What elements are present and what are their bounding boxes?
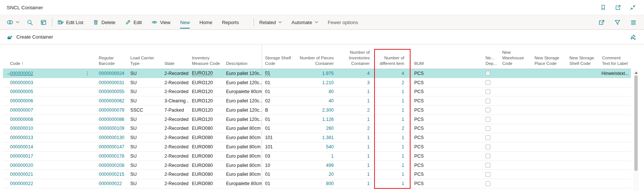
table-row[interactable]: 0000000050000000055SU2-RecordedEURO120Eu… [3, 88, 631, 97]
cell-bum[interactable]: PCS [410, 88, 482, 96]
share-icon[interactable] [598, 19, 605, 26]
cell-number_of_different_item[interactable]: 1 [371, 179, 410, 188]
cell-ne_dep[interactable] [482, 179, 499, 188]
cell-load_carrier_type[interactable]: SU [127, 96, 161, 105]
cell-number_of_different_item[interactable]: 2 [371, 124, 410, 133]
cell-comment_text_for_label[interactable]: Hinweistext... [599, 69, 631, 78]
cell-new_warehouse_code[interactable] [499, 88, 532, 96]
cell-ne_dep[interactable] [482, 115, 499, 124]
cell-code[interactable]: 000000021 [10, 170, 96, 179]
cell-regular_barcode[interactable]: 0000000147 [96, 142, 127, 151]
cell-ne_dep[interactable] [482, 170, 499, 179]
code-link[interactable]: 000000003 [10, 80, 33, 85]
cell-value[interactable]: 0000000031 [99, 80, 124, 85]
view-button[interactable]: View [151, 19, 170, 25]
cell-new_warehouse_code[interactable] [499, 152, 532, 161]
open-in-new-window-icon[interactable] [615, 4, 621, 10]
cell-regular_barcode[interactable]: 000000022 [96, 179, 127, 188]
cell-new_storage_place_code[interactable] [532, 142, 566, 151]
cell-new_storage_shelf_code[interactable] [566, 152, 599, 161]
pin-icon[interactable] [630, 34, 636, 40]
column-header-bum[interactable]: BUM [410, 45, 482, 69]
table-row[interactable]: 0000000210000000215SU2-RecordedEURO080Eu… [3, 170, 631, 179]
cell-value[interactable]: 40 [328, 98, 334, 103]
cell-number_of_different_item[interactable]: 2 [371, 78, 410, 87]
cell-inventory_measure_code[interactable]: EURO080 [189, 152, 223, 161]
cell-regular_barcode[interactable]: 0000000178 [96, 152, 127, 161]
cell-number_of_different_item[interactable]: 1 [371, 96, 410, 105]
code-link[interactable]: 000000010 [10, 126, 33, 131]
cell-state[interactable]: 2-Recorded [161, 170, 189, 179]
cell-value[interactable]: 1 [367, 98, 370, 103]
cell-value[interactable]: 1 [367, 154, 370, 159]
cell-ne_dep[interactable] [482, 96, 499, 105]
scrollbar-thumb[interactable] [634, 75, 638, 171]
ne-dep-checkbox[interactable] [486, 126, 490, 131]
cell-number_of_inventories_container[interactable]: 1 [335, 115, 371, 124]
cell-code[interactable]: 000000008 [10, 115, 96, 124]
table-row[interactable]: 0000000060000000062SU3-Clearing ...EURO1… [3, 96, 631, 106]
cell-new_storage_shelf_code[interactable] [566, 106, 599, 115]
cell-comment_text_for_label[interactable] [599, 133, 631, 142]
cell-number_of_different_item[interactable]: 1 [371, 170, 410, 179]
cell-value[interactable]: 0000000147 [99, 144, 124, 149]
cell-inventory_measure_code[interactable]: EURO080 [189, 133, 223, 142]
cell-regular_barcode[interactable]: 0000000215 [96, 170, 127, 179]
cell-state[interactable]: 2-Recorded [161, 133, 189, 142]
tab-new[interactable]: New [180, 20, 190, 25]
code-link[interactable]: 000000005 [10, 89, 33, 94]
delete-button[interactable]: Delete [93, 19, 115, 25]
cell-new_warehouse_code[interactable] [499, 133, 532, 142]
cell-comment_text_for_label[interactable] [599, 152, 631, 161]
tab-reports[interactable]: Reports [222, 20, 239, 25]
cell-new_storage_place_code[interactable] [532, 69, 566, 78]
table-row[interactable]: →000000002⋮0000000024SU2-RecordedEURO120… [3, 69, 631, 78]
cell-regular_barcode[interactable]: 0000000109 [96, 124, 127, 133]
cell-bum[interactable]: PCS [410, 78, 482, 87]
cell-number_of_pieces_container[interactable]: 1.381 [295, 133, 335, 142]
cell-new_warehouse_code[interactable] [499, 78, 532, 87]
cell-ne_dep[interactable] [482, 88, 499, 96]
cell-value[interactable]: 4 [367, 71, 370, 76]
cell-storage_shelf_code[interactable]: 101 [262, 142, 295, 151]
cell-load_carrier_type[interactable]: SU [127, 78, 161, 87]
column-header-load_carrier_type[interactable]: Load Carrier Type [127, 45, 161, 69]
code-link[interactable]: 000000007 [10, 108, 33, 113]
cell-new_storage_place_code[interactable] [532, 179, 566, 188]
cell-regular_barcode[interactable]: 0000000024 [96, 69, 127, 78]
cell-storage_shelf_code[interactable]: 101 [262, 133, 295, 142]
table-row[interactable]: 000000022000000022SU2-RecordedEURO080Eur… [3, 179, 631, 188]
cell-new_storage_place_code[interactable] [532, 161, 566, 170]
cell-new_warehouse_code[interactable] [499, 161, 532, 170]
cell-storage_shelf_code[interactable]: 01 [262, 115, 295, 124]
cell-code[interactable]: 000000010 [10, 124, 96, 133]
cell-code[interactable]: 000000017 [10, 152, 96, 161]
cell-number_of_different_item[interactable]: 1 [371, 142, 410, 151]
cell-storage_shelf_code[interactable]: 10 [262, 161, 295, 170]
cell-new_storage_place_code[interactable] [532, 88, 566, 96]
cell-number_of_inventories_container[interactable]: 1 [335, 170, 371, 179]
cell-value[interactable]: 1 [402, 108, 404, 113]
cell-description[interactable]: Euro pallet 120c... [223, 106, 262, 115]
cell-storage_shelf_code[interactable]: 01 [262, 124, 295, 133]
row-context-menu-button[interactable]: ⋮ [85, 70, 90, 76]
cell-storage_shelf_code[interactable]: 01 [262, 179, 295, 188]
cell-load_carrier_type[interactable]: SU [127, 124, 161, 133]
cell-new_warehouse_code[interactable] [499, 115, 532, 124]
cell-value[interactable]: 1 [367, 144, 370, 149]
cell-inventory_measure_code[interactable]: EURO120 [189, 115, 223, 124]
column-header-code[interactable]: Code ↑ [10, 45, 96, 69]
cell-description[interactable]: Euro pallet 80cm [223, 170, 262, 179]
cell-value[interactable]: 2 [402, 126, 404, 131]
cell-storage_shelf_code[interactable]: B [262, 106, 295, 115]
cell-inventory_measure_code[interactable]: EURO120 [189, 69, 223, 78]
analyze-icon[interactable] [40, 19, 47, 26]
cell-number_of_different_item[interactable]: 4 [371, 69, 410, 78]
column-header-description[interactable]: Description [223, 45, 262, 69]
cell-comment_text_for_label[interactable] [599, 179, 631, 188]
cell-value[interactable]: 0000000086 [99, 117, 124, 122]
column-header-inventory_measure_code[interactable]: Inventory Measure Code [189, 45, 223, 69]
code-link[interactable]: 000000017 [10, 154, 33, 159]
column-header-regular_barcode[interactable]: Regular Barcode [96, 45, 127, 69]
cell-code[interactable]: 000000006 [10, 96, 96, 105]
